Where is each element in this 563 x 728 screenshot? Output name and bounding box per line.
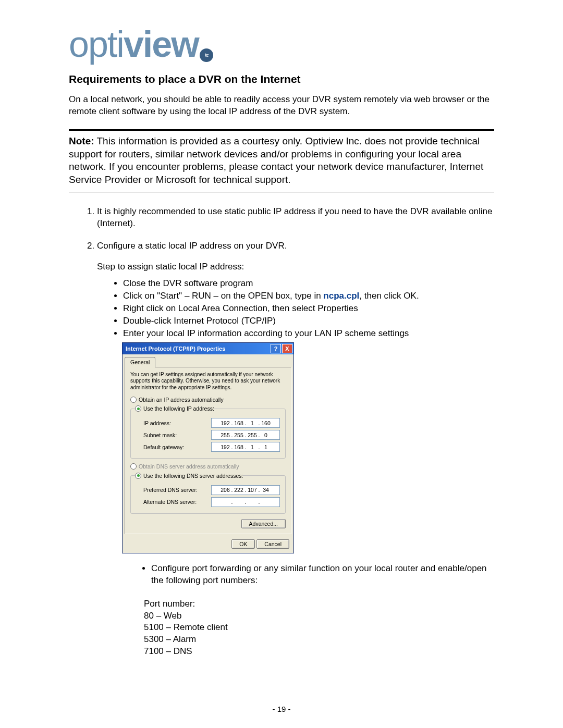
intro-paragraph: On a local network, you should be able t… (69, 94, 494, 118)
tab-general[interactable]: General (125, 357, 155, 367)
substep-4: Double-click Internet Protocol (TCP/IP) (123, 315, 494, 327)
port-list: Port number: 80 – Web 5100 – Remote clie… (144, 598, 494, 658)
ok-button[interactable]: OK (231, 539, 255, 549)
step-2: Configure a static local IP address on y… (97, 240, 494, 658)
radio-icon (130, 463, 137, 470)
dns-group: Use the following DNS server addresses: … (130, 472, 286, 514)
radio-use-ip[interactable]: Use the following IP address: (135, 405, 214, 412)
ports-header: Port number: (144, 598, 494, 610)
radio-auto-ip[interactable]: Obtain an IP address automatically (130, 396, 286, 403)
field-adns[interactable]: ... (211, 497, 280, 507)
substep-3: Right click on Local Area Connection, th… (123, 302, 494, 315)
dialog-description: You can get IP settings assigned automat… (130, 372, 286, 391)
row-adns: Alternate DNS server: ... (135, 497, 281, 507)
note-label: Note: (69, 135, 94, 146)
label-pdns: Preferred DNS server: (135, 486, 211, 493)
tab-row: General (123, 354, 293, 366)
radio-selected-icon (135, 473, 141, 479)
substep-5: Enter your local IP information accordin… (123, 327, 494, 340)
row-pdns: Preferred DNS server: 206.222.107.34 (135, 485, 281, 495)
tab-body: You can get IP settings assigned automat… (125, 367, 291, 534)
dialog-title: Internet Protocol (TCP/IP) Properties (126, 345, 225, 353)
label-adns: Alternate DNS server: (135, 498, 211, 505)
page-number: - 19 - (0, 705, 563, 713)
label-mask: Subnet mask: (135, 431, 211, 439)
close-icon[interactable]: X (282, 344, 292, 353)
radio-icon (130, 397, 137, 403)
note-body: This information is provided as a courte… (69, 135, 483, 185)
port-80: 80 – Web (144, 610, 494, 622)
label-ip: IP address: (135, 419, 211, 427)
page-title: Requirements to place a DVR on the Inter… (69, 73, 494, 85)
step-1: It is highly recommended to use static p… (97, 206, 494, 230)
substep-1: Close the DVR software program (123, 277, 494, 290)
post-bullets: Configure port forwarding or any similar… (97, 563, 494, 587)
field-pdns[interactable]: 206.222.107.34 (211, 485, 280, 495)
cancel-button[interactable]: Cancel (256, 539, 289, 549)
step-2-text: Configure a static local IP address on y… (97, 241, 287, 251)
port-5300: 5300 – Alarm (144, 634, 494, 646)
advanced-button[interactable]: Advanced... (241, 519, 286, 528)
post-bullet-1: Configure port forwarding or any similar… (151, 563, 494, 587)
command-text: ncpa.cpl (323, 291, 359, 301)
logo-badge: inc (200, 31, 213, 68)
document-page: optiviewinc Requirements to place a DVR … (0, 0, 563, 728)
row-mask: Subnet mask: 255.255.255.0 (135, 430, 281, 440)
tcpip-dialog: Internet Protocol (TCP/IP) Properties ? … (122, 342, 294, 553)
port-7100: 7100 – DNS (144, 646, 494, 658)
row-gateway: Default gateway: 192.168.1.1 (135, 442, 281, 452)
dialog-buttons: OK Cancel (123, 536, 293, 553)
field-mask[interactable]: 255.255.255.0 (211, 430, 280, 440)
port-5100: 5100 – Remote client (144, 622, 494, 634)
field-ip[interactable]: 192.168.1.160 (211, 418, 280, 428)
step-2-subhead: Step to assign static local IP address: (97, 261, 494, 273)
substeps-list: Close the DVR software program Click on … (97, 277, 494, 339)
radio-selected-icon (135, 405, 141, 412)
radio-auto-dns: Obtain DNS server address automatically (130, 463, 286, 470)
row-ip: IP address: 192.168.1.160 (135, 418, 281, 428)
note-box: Note: This information is provided as a … (69, 129, 494, 192)
label-gateway: Default gateway: (135, 443, 211, 451)
brand-logo: optiviewinc (69, 26, 494, 63)
dialog-titlebar[interactable]: Internet Protocol (TCP/IP) Properties ? … (123, 343, 293, 354)
help-icon[interactable]: ? (271, 344, 281, 353)
steps-list: It is highly recommended to use static p… (69, 206, 494, 658)
logo-text-light: opti (69, 24, 124, 65)
substep-2: Click on "Start" – RUN – on the OPEN box… (123, 290, 494, 302)
field-gateway[interactable]: 192.168.1.1 (211, 442, 280, 452)
logo-text-bold: view (124, 24, 199, 65)
radio-use-dns[interactable]: Use the following DNS server addresses: (135, 472, 243, 479)
ip-group: Use the following IP address: IP address… (130, 405, 286, 459)
